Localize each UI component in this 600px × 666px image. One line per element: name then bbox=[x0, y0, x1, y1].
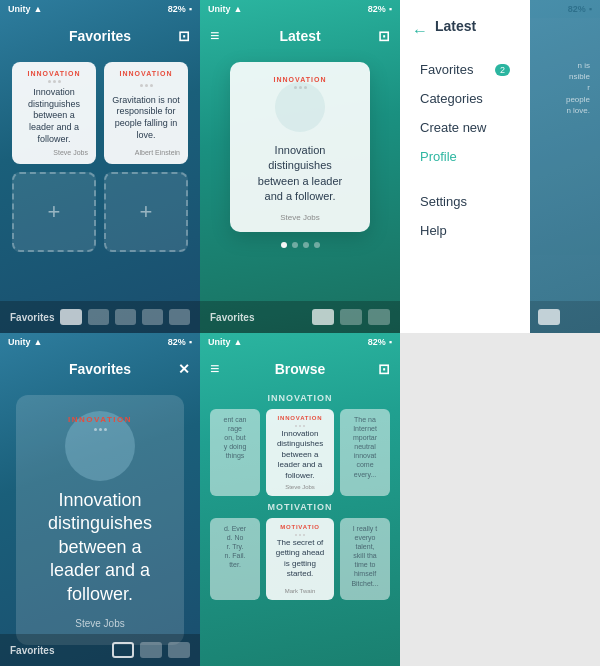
card-text-2: Gravitation is not responsible for peopl… bbox=[112, 95, 180, 142]
tab-icon-5[interactable] bbox=[340, 309, 362, 325]
phone-menu: Unity ▲ 82% ▪ ← Latest Favorites 2 Categ… bbox=[400, 0, 600, 333]
browse-text-1: Innovation distinguishes between a leade… bbox=[272, 429, 328, 481]
menu-item-categories[interactable]: Categories bbox=[420, 84, 510, 113]
dot bbox=[299, 534, 301, 536]
tab-icon-4[interactable] bbox=[169, 309, 190, 325]
tab-icon-7[interactable] bbox=[140, 642, 162, 658]
page-dot-active bbox=[281, 242, 287, 248]
menu-label-settings: Settings bbox=[420, 194, 467, 209]
menu-spacer bbox=[420, 171, 510, 187]
dot bbox=[295, 534, 297, 536]
wifi-5: ▲ bbox=[234, 337, 243, 347]
dot bbox=[48, 80, 51, 83]
browse-card-side-left-1[interactable]: ent canrageon, buty doingthings bbox=[210, 409, 260, 496]
latest-big-text: Innovation distinguishes between a leade… bbox=[248, 143, 352, 205]
carrier-1: Unity bbox=[8, 4, 31, 14]
nav-bar-1: Favorites ⊡ bbox=[0, 18, 200, 54]
tab-bar-3 bbox=[530, 301, 600, 333]
tab-label-1: Favorites bbox=[10, 312, 54, 323]
menu-item-help[interactable]: Help bbox=[420, 216, 510, 245]
page-dot-3 bbox=[314, 242, 320, 248]
tab-label-4: Favorites bbox=[10, 645, 54, 656]
hamburger-icon-5[interactable]: ≡ bbox=[210, 360, 219, 378]
menu-item-profile[interactable]: Profile bbox=[420, 142, 510, 171]
wifi-2: ▲ bbox=[234, 4, 243, 14]
card-dots-1 bbox=[20, 80, 88, 83]
dot bbox=[140, 84, 143, 87]
battery-icon-5: ▪ bbox=[389, 337, 392, 347]
nav-bar-5: ≡ Browse ⊡ bbox=[200, 351, 400, 387]
menu-overlay: ← Latest Favorites 2 Categories Create n… bbox=[400, 0, 600, 333]
browse-content: INNOVATION ent canrageon, buty doingthin… bbox=[200, 387, 400, 600]
detail-dots bbox=[94, 428, 107, 431]
tab-icon-active-3[interactable] bbox=[538, 309, 560, 325]
browse-author-2: Mark Twain bbox=[272, 588, 328, 594]
nav-title-1: Favorites bbox=[69, 28, 131, 44]
menu-item-create[interactable]: Create new bbox=[420, 113, 510, 142]
tab-icon-active-1[interactable] bbox=[60, 309, 81, 325]
latest-featured-card[interactable]: INNOVATION Innovation distinguishes betw… bbox=[230, 62, 370, 232]
nav-title-2: Latest bbox=[279, 28, 320, 44]
browse-dots-1 bbox=[272, 425, 328, 427]
nav-bar-4: Favorites ✕ bbox=[0, 351, 200, 387]
back-arrow-icon[interactable]: ← bbox=[412, 22, 428, 40]
menu-item-settings[interactable]: Settings bbox=[420, 187, 510, 216]
browse-card-side-left-2[interactable]: d. Everd. Nor. Try.n. Fail.tter. bbox=[210, 518, 260, 600]
dot bbox=[150, 84, 153, 87]
battery-4: 82% bbox=[168, 337, 186, 347]
card-category-1: INNOVATION bbox=[20, 70, 88, 77]
menu-item-favorites[interactable]: Favorites 2 bbox=[420, 55, 510, 84]
browse-dots-2 bbox=[272, 534, 328, 536]
tab-icon-6[interactable] bbox=[368, 309, 390, 325]
tab-icon-active-2[interactable] bbox=[312, 309, 334, 325]
carrier-4: Unity bbox=[8, 337, 31, 347]
tab-bar-4: Favorites bbox=[0, 634, 200, 666]
dot bbox=[303, 534, 305, 536]
side-text-1: ent canrageon, buty doingthings bbox=[214, 415, 256, 460]
detail-text: Innovation distinguishes between a leade… bbox=[32, 489, 168, 606]
tab-bar-2: Favorites bbox=[200, 301, 400, 333]
dot bbox=[104, 428, 107, 431]
page-dots bbox=[281, 242, 320, 248]
status-bar-5: Unity ▲ 82% ▪ bbox=[200, 333, 400, 351]
menu-title: Latest bbox=[435, 18, 476, 34]
detail-category: INNOVATION bbox=[68, 415, 132, 424]
menu-bg-text: n isnsiblerpeoplen love. bbox=[566, 60, 590, 116]
menu-label-categories: Categories bbox=[420, 91, 483, 106]
tab-icon-3[interactable] bbox=[142, 309, 163, 325]
hamburger-icon-2[interactable]: ≡ bbox=[210, 27, 219, 45]
browse-card-side-right-1[interactable]: The naInternetmportarneutralinnovatcomee… bbox=[340, 409, 390, 496]
quote-card-2[interactable]: INNOVATION Gravitation is not responsibl… bbox=[104, 62, 188, 164]
page-dot-2 bbox=[303, 242, 309, 248]
copy-icon-2[interactable]: ⊡ bbox=[378, 28, 390, 44]
browse-category-2: MOTIVATIO bbox=[272, 524, 328, 530]
browse-card-side-right-2[interactable]: I really teveryotalent,skill thatime toh… bbox=[340, 518, 390, 600]
menu-badge-favorites: 2 bbox=[495, 64, 510, 76]
tab-icon-1[interactable] bbox=[88, 309, 109, 325]
browse-section-innovation: INNOVATION bbox=[208, 393, 392, 403]
status-bar-4: Unity ▲ 82% ▪ bbox=[0, 333, 200, 351]
copy-icon-1[interactable]: ⊡ bbox=[178, 28, 190, 44]
copy-icon-5[interactable]: ⊡ bbox=[378, 361, 390, 377]
dot bbox=[303, 425, 305, 427]
quote-card-1[interactable]: INNOVATION Innovation distinguishes betw… bbox=[12, 62, 96, 164]
tab-icon-8[interactable] bbox=[168, 642, 190, 658]
battery-icon-1: ▪ bbox=[189, 4, 192, 14]
detail-card[interactable]: INNOVATION Innovation distinguishes betw… bbox=[16, 395, 184, 645]
tab-icon-2[interactable] bbox=[115, 309, 136, 325]
add-card-2[interactable]: + bbox=[104, 172, 188, 252]
tab-icon-active-4[interactable] bbox=[112, 642, 134, 658]
menu-label-create: Create new bbox=[420, 120, 486, 135]
card-text-1: Innovation distinguishes between a leade… bbox=[20, 87, 88, 145]
browse-card-center-2[interactable]: MOTIVATIO The secret of getting ahead is… bbox=[266, 518, 334, 600]
battery-icon-2: ▪ bbox=[389, 4, 392, 14]
side-text-4: I really teveryotalent,skill thatime toh… bbox=[344, 524, 386, 588]
card-dots-2 bbox=[112, 84, 180, 87]
browse-text-2: The secret of getting ahead is getting s… bbox=[272, 538, 328, 585]
add-card-1[interactable]: + bbox=[12, 172, 96, 252]
menu-panel: ← Latest Favorites 2 Categories Create n… bbox=[400, 0, 530, 333]
dot bbox=[94, 428, 97, 431]
close-icon-4[interactable]: ✕ bbox=[178, 361, 190, 377]
tab-label-2: Favorites bbox=[210, 312, 254, 323]
browse-card-center-1[interactable]: INNOVATION Innovation distinguishes betw… bbox=[266, 409, 334, 496]
